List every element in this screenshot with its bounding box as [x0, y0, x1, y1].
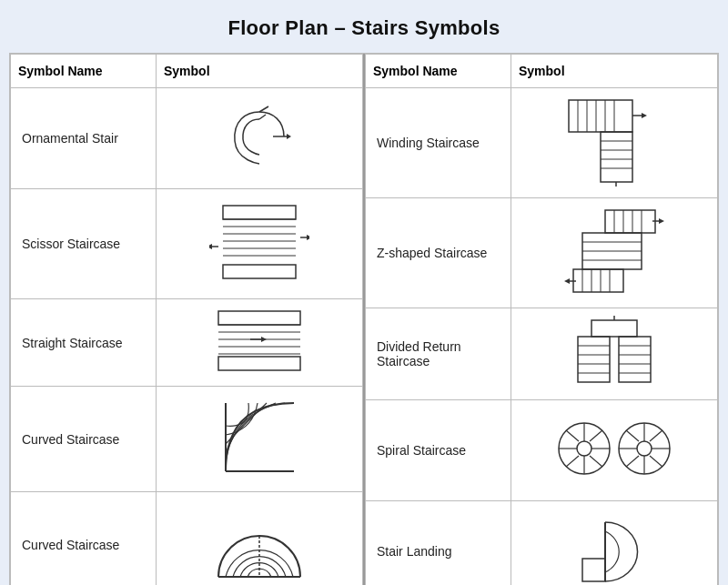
- svg-point-88: [637, 441, 652, 456]
- symbol-name: Straight Staircase: [11, 299, 157, 387]
- symbol-cell: [157, 492, 363, 586]
- svg-rect-64: [592, 320, 637, 337]
- main-content: Symbol Name Symbol Ornamental Stair: [9, 53, 719, 585]
- symbol-name: Curved Staircase: [11, 492, 157, 586]
- svg-rect-46: [605, 210, 655, 233]
- symbol-cell: [511, 88, 718, 198]
- svg-rect-4: [223, 206, 296, 219]
- symbol-cell: [511, 308, 718, 400]
- svg-rect-5: [223, 265, 296, 278]
- symbol-cell: [511, 501, 718, 586]
- table-row: Curved Staircase: [11, 387, 363, 492]
- svg-line-95: [650, 456, 662, 467]
- svg-marker-61: [659, 218, 664, 224]
- svg-line-83: [566, 430, 579, 441]
- svg-line-93: [626, 430, 639, 441]
- svg-line-94: [650, 430, 662, 441]
- symbol-cell: [511, 198, 718, 308]
- svg-marker-3: [287, 134, 291, 139]
- svg-marker-15: [209, 244, 212, 249]
- symbol-cell: [157, 387, 363, 492]
- svg-rect-97: [582, 559, 605, 581]
- table-row: Z-shaped Staircase: [366, 198, 718, 308]
- svg-marker-43: [642, 113, 647, 118]
- right-header-symbol: Symbol: [511, 55, 718, 88]
- table-row: Stair Landing: [366, 501, 718, 586]
- svg-rect-16: [218, 311, 300, 325]
- svg-point-78: [577, 441, 592, 456]
- left-header-name: Symbol Name: [11, 55, 157, 88]
- svg-line-1: [259, 115, 266, 119]
- right-header-name: Symbol Name: [366, 55, 511, 88]
- symbol-name: Scissor Staircase: [11, 189, 157, 299]
- table-row: Straight Staircase: [11, 299, 363, 387]
- svg-rect-37: [601, 132, 632, 182]
- table-row: Divided Return Staircase: [366, 308, 718, 400]
- symbol-name: Winding Staircase: [366, 88, 511, 198]
- symbol-name: Divided Return Staircase: [366, 308, 511, 400]
- symbol-cell: [157, 88, 363, 189]
- svg-marker-24: [261, 337, 267, 342]
- symbol-cell: [157, 189, 363, 299]
- svg-marker-13: [307, 235, 309, 240]
- svg-line-86: [566, 456, 579, 467]
- symbol-cell: [511, 400, 718, 501]
- svg-line-84: [590, 430, 602, 441]
- svg-line-85: [590, 456, 602, 467]
- svg-rect-17: [218, 357, 300, 370]
- symbol-name: Stair Landing: [366, 501, 511, 586]
- svg-line-96: [626, 456, 639, 467]
- symbol-cell: [157, 299, 363, 387]
- table-row: Ornamental Stair: [11, 88, 363, 189]
- left-header-symbol: Symbol: [157, 55, 363, 88]
- table-row: Spiral Staircase: [366, 400, 718, 501]
- page-title: Floor Plan – Stairs Symbols: [228, 16, 500, 40]
- svg-marker-63: [564, 278, 570, 284]
- symbol-name: Spiral Staircase: [366, 400, 511, 501]
- table-row: Winding Staircase: [366, 88, 718, 198]
- svg-rect-55: [573, 269, 623, 292]
- svg-rect-66: [619, 337, 651, 382]
- right-table: Symbol Name Symbol Winding Staircase: [363, 54, 718, 585]
- left-table: Symbol Name Symbol Ornamental Stair: [10, 54, 363, 585]
- table-row: Scissor Staircase: [11, 189, 363, 299]
- table-row: Curved Staircase: [11, 492, 363, 586]
- symbol-name: Z-shaped Staircase: [366, 198, 511, 308]
- symbol-name: Curved Staircase: [11, 387, 157, 492]
- symbol-name: Ornamental Stair: [11, 88, 157, 189]
- svg-rect-65: [578, 337, 610, 382]
- svg-line-0: [259, 106, 268, 112]
